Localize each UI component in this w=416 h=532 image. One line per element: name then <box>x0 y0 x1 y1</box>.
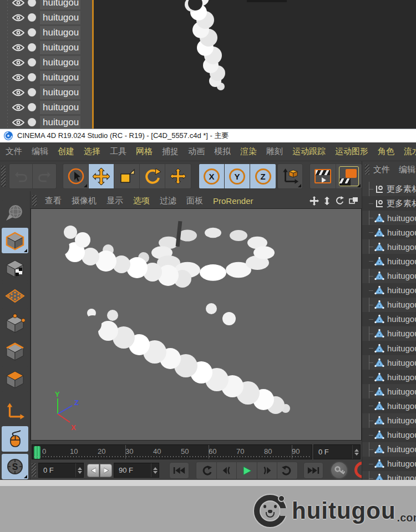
visibility-eye-icon[interactable] <box>12 59 24 66</box>
zoom-view-icon[interactable] <box>324 196 330 206</box>
toggle-panel-icon[interactable] <box>349 197 358 204</box>
transport-drag-handle[interactable] <box>32 463 36 477</box>
coordinate-system-button[interactable] <box>277 163 303 189</box>
menu-item[interactable]: 运动图形 <box>335 146 368 157</box>
menu-item[interactable]: 流水线 <box>404 146 416 157</box>
visibility-dot-icon[interactable] <box>28 13 36 22</box>
viewport-tweak-mouse-button[interactable] <box>2 426 28 452</box>
viewport-menu-drag-handle[interactable] <box>32 195 37 206</box>
visibility-eye-icon[interactable] <box>12 104 24 111</box>
menu-item[interactable]: 文件 <box>6 146 22 157</box>
pan-view-icon[interactable] <box>310 196 319 206</box>
visibility-eye-icon[interactable] <box>12 89 24 96</box>
scale-tool[interactable] <box>114 164 140 188</box>
object-row-magnified[interactable]: huitugou <box>0 25 92 40</box>
object-manager-menu-item[interactable]: 文件 <box>373 165 390 175</box>
object-row[interactable]: huitugou <box>362 341 416 355</box>
next-frame-button[interactable] <box>257 462 278 479</box>
goto-end-button[interactable] <box>303 462 323 479</box>
visibility-dot-icon[interactable] <box>28 88 36 96</box>
previous-frame-button[interactable] <box>217 462 237 479</box>
axis-lock-button[interactable]: Z <box>250 164 276 188</box>
viewport-menu-item[interactable]: 查看 <box>45 196 62 206</box>
timeline-ruler[interactable]: 0 10 20 30 40 50 60 70 80 90 <box>32 444 312 459</box>
next-key-button[interactable] <box>100 464 112 477</box>
object-row[interactable]: huitugou <box>362 312 416 326</box>
play-button[interactable] <box>237 462 257 479</box>
move-tool[interactable] <box>89 164 114 188</box>
object-manager-menu-item[interactable]: 编辑 <box>399 165 415 175</box>
visibility-dot-icon[interactable] <box>28 103 36 111</box>
visibility-eye-icon[interactable] <box>12 29 24 37</box>
viewport-3d[interactable]: Y Z X <box>31 208 362 441</box>
object-row-magnified[interactable]: huitugou <box>0 115 92 129</box>
autokey-record-button[interactable] <box>354 462 362 478</box>
start-frame-spinner[interactable] <box>75 463 83 477</box>
make-editable-button[interactable] <box>2 200 28 226</box>
texture-mode-button[interactable] <box>2 255 28 281</box>
timeline-playhead[interactable] <box>34 446 40 459</box>
visibility-eye-icon[interactable] <box>12 0 24 7</box>
render-settings-button[interactable] <box>336 164 362 188</box>
goto-start-button[interactable] <box>169 462 189 479</box>
menu-item[interactable]: 网格 <box>136 146 153 157</box>
object-row-magnified[interactable]: huitugou <box>0 70 92 85</box>
object-row[interactable]: huitugou <box>362 239 416 254</box>
record-keyframe-button[interactable] <box>330 461 348 479</box>
viewport-menu-item[interactable]: ProRender <box>213 196 253 206</box>
visibility-dot-icon[interactable] <box>28 73 36 81</box>
object-row-magnified[interactable]: huitugou <box>0 40 92 55</box>
menu-item[interactable]: 渲染 <box>240 146 257 157</box>
polygons-mode-button[interactable] <box>2 366 28 392</box>
points-mode-button[interactable] <box>2 311 28 336</box>
menu-item[interactable]: 模拟 <box>214 146 231 157</box>
current-frame-field[interactable]: 0 F <box>313 444 361 459</box>
visibility-dot-icon[interactable] <box>28 118 36 126</box>
viewport-menu-item[interactable]: 选项 <box>133 196 150 206</box>
object-row[interactable]: huitugou <box>362 225 416 239</box>
visibility-eye-icon[interactable] <box>12 14 24 22</box>
viewport-menu-item[interactable]: 摄像机 <box>72 196 97 206</box>
object-row[interactable]: huitugou <box>362 283 416 298</box>
undo-button[interactable] <box>9 164 33 188</box>
previous-key-button[interactable] <box>87 464 99 477</box>
live-selection-tool[interactable] <box>63 164 89 188</box>
object-row[interactable]: huitugou <box>362 442 416 457</box>
rotate-tool[interactable] <box>140 164 165 188</box>
visibility-eye-icon[interactable] <box>12 119 24 126</box>
object-row[interactable]: huitugou <box>362 428 416 442</box>
workplane-mode-button[interactable] <box>2 283 28 309</box>
object-row-magnified[interactable]: huitugou <box>0 85 92 100</box>
menu-item[interactable]: 工具 <box>110 146 126 157</box>
enable-axis-button[interactable] <box>2 398 28 424</box>
object-manager-drag-handle[interactable] <box>365 165 369 175</box>
model-mode-button[interactable] <box>2 228 28 253</box>
object-row[interactable]: huitugou <box>362 254 416 268</box>
object-row[interactable]: huitugou <box>362 471 416 480</box>
viewport-menu-item[interactable]: 显示 <box>106 196 123 206</box>
redo-button[interactable] <box>33 164 56 188</box>
viewport-menu-item[interactable]: 面板 <box>186 196 203 206</box>
object-row[interactable]: huitugou <box>362 269 416 283</box>
menu-item[interactable]: 捕捉 <box>162 146 179 157</box>
object-row[interactable]: huitugou <box>362 413 416 428</box>
visibility-eye-icon[interactable] <box>12 44 24 52</box>
visibility-dot-icon[interactable] <box>28 58 36 66</box>
menu-item[interactable]: 编辑 <box>32 146 48 157</box>
object-row[interactable]: huitugou <box>362 326 416 341</box>
menu-item[interactable]: 角色 <box>378 146 394 157</box>
axis-lock-button[interactable]: Y <box>225 164 250 188</box>
object-row[interactable]: 更多素材 <box>362 196 416 211</box>
menu-item[interactable]: 运动跟踪 <box>292 146 326 157</box>
axis-lock-button[interactable]: X <box>199 164 225 188</box>
snap-settings-button[interactable]: S <box>2 454 28 479</box>
rotate-view-icon[interactable] <box>335 196 344 205</box>
object-row-magnified[interactable]: huitugou <box>0 55 92 70</box>
frame-spinner[interactable] <box>352 445 360 459</box>
object-row[interactable]: huitugou <box>362 355 416 370</box>
object-row[interactable]: huitugou <box>362 370 416 384</box>
object-row[interactable]: huitugou <box>362 298 416 312</box>
visibility-dot-icon[interactable] <box>28 43 36 52</box>
render-view-button[interactable] <box>310 164 336 188</box>
object-row-magnified[interactable]: huitugou <box>0 10 92 25</box>
